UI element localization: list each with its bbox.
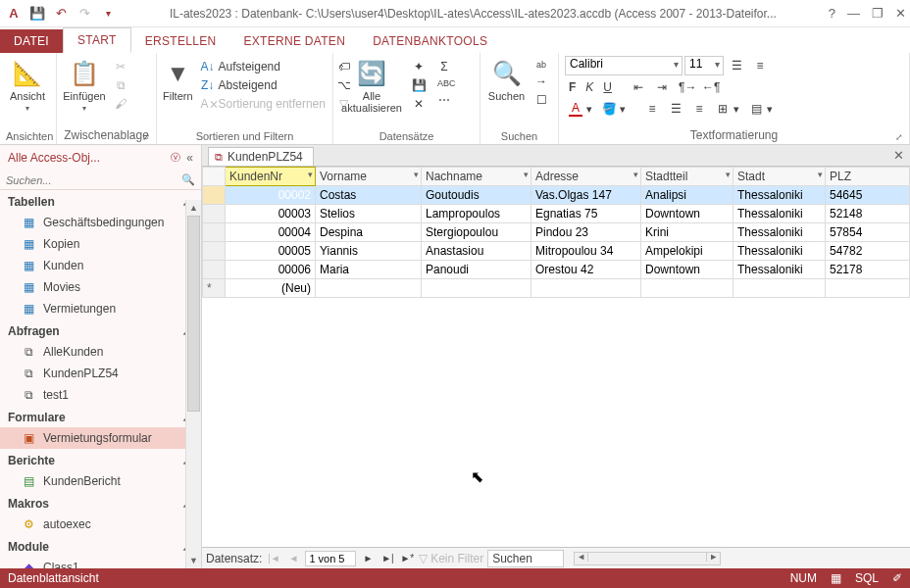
recnav-last-button[interactable]: ►| xyxy=(379,553,395,564)
totals-button[interactable]: Σ xyxy=(433,58,455,75)
cell[interactable]: Thessaloniki xyxy=(733,186,826,205)
table-row[interactable]: 00003 Stelios Lampropoulos Egnatias 75 D… xyxy=(203,205,910,223)
cell[interactable]: Egnatias 75 xyxy=(531,205,641,223)
table-row[interactable]: 00005 Yiannis Anastasiou Mitropoulou 34 … xyxy=(203,242,910,261)
nav-item-vermietungen[interactable]: ▦Vermietungen xyxy=(0,298,201,319)
bullets-button[interactable]: ☰ xyxy=(726,57,747,74)
launcher-icon[interactable]: ⤢ xyxy=(142,132,150,142)
hscroll-left-icon[interactable]: ◄ xyxy=(575,552,588,562)
col-filter-icon[interactable]: ▾ xyxy=(818,170,823,179)
nav-item-autoexec[interactable]: ⚙autoexec xyxy=(0,514,201,535)
recnav-prev-button[interactable]: ◄ xyxy=(285,553,301,564)
nav-item-geschaeftsbedingungen[interactable]: ▦Geschäftsbedingungen xyxy=(0,212,201,233)
nav-scrollbar[interactable]: ▲ ▼ xyxy=(185,200,201,568)
align-left-button[interactable]: ≡ xyxy=(641,100,663,118)
row-selector[interactable] xyxy=(203,223,226,242)
ltr-button[interactable]: ¶→ xyxy=(675,78,696,96)
cell[interactable]: Goutoudis xyxy=(422,186,531,205)
table-row[interactable]: 00002 Costas Goutoudis Vas.Olgas 147 Ana… xyxy=(203,186,910,205)
cell[interactable] xyxy=(641,279,733,298)
row-selector[interactable] xyxy=(203,186,226,205)
align-right-button[interactable]: ≡ xyxy=(688,100,710,118)
copy-button[interactable]: ⧉ xyxy=(110,76,131,94)
recnav-first-button[interactable]: |◄ xyxy=(266,553,281,564)
cell[interactable]: Stelios xyxy=(316,205,422,223)
cell[interactable]: Thessaloniki xyxy=(733,242,826,261)
nav-section-berichte[interactable]: Berichte︽ xyxy=(0,449,201,470)
scroll-down-icon[interactable]: ▼ xyxy=(186,553,201,568)
cell[interactable]: 54645 xyxy=(826,186,910,205)
filtern-button[interactable]: ▼ Filtern xyxy=(163,56,193,102)
redo-icon[interactable]: ↷ xyxy=(75,4,94,24)
suchen-button[interactable]: 🔍 Suchen xyxy=(486,56,527,102)
cell[interactable]: Downtown xyxy=(641,205,733,223)
close-tab-icon[interactable]: ✕ xyxy=(893,148,904,163)
fill-color-button[interactable]: 🪣▾ xyxy=(598,100,630,118)
datasheet-view-icon[interactable]: ▦ xyxy=(831,571,841,585)
cell[interactable]: 00006 xyxy=(226,261,316,279)
alle-aktualisieren-button[interactable]: 🔄 Alle aktualisieren xyxy=(339,56,404,114)
cell[interactable]: Stergiopoulou xyxy=(422,223,531,242)
cell[interactable]: Panoudi xyxy=(422,261,531,279)
nav-search-input[interactable] xyxy=(6,174,181,186)
aufsteigend-button[interactable]: A↓Aufsteigend xyxy=(197,58,329,75)
row-selector[interactable] xyxy=(203,242,226,261)
cell[interactable] xyxy=(422,279,531,298)
col-filter-icon[interactable]: ▾ xyxy=(414,170,419,179)
absteigend-button[interactable]: Z↓Absteigend xyxy=(197,76,329,94)
table-row[interactable]: 00006 Maria Panoudi Orestou 42 Downtown … xyxy=(203,261,910,279)
col-stadt[interactable]: Stadt▾ xyxy=(733,168,826,186)
cut-button[interactable]: ✂ xyxy=(110,58,131,75)
nav-item-kundenplz54[interactable]: ⧉KundenPLZ54 xyxy=(0,363,201,384)
cell[interactable] xyxy=(826,279,910,298)
minimize-icon[interactable]: ― xyxy=(847,6,860,21)
col-vorname[interactable]: Vorname▾ xyxy=(316,168,422,186)
cell[interactable]: Mitropoulou 34 xyxy=(531,242,641,261)
italic-button[interactable]: K xyxy=(581,78,597,96)
cell[interactable]: Costas xyxy=(316,186,422,205)
scroll-up-icon[interactable]: ▲ xyxy=(186,200,201,216)
table-row-new[interactable]: * (Neu) xyxy=(203,279,910,298)
sql-view-icon[interactable]: SQL xyxy=(855,571,879,585)
recnav-position-input[interactable] xyxy=(305,551,356,566)
cell[interactable]: Despina xyxy=(316,223,422,242)
nav-section-tabellen[interactable]: Tabellen︽ xyxy=(0,190,201,212)
cell-new[interactable]: (Neu) xyxy=(226,279,316,298)
cell[interactable]: 54782 xyxy=(826,242,910,261)
cell[interactable]: Analipsi xyxy=(641,186,733,205)
circle-chevron-icon[interactable]: ⓥ xyxy=(171,151,180,165)
col-nachname[interactable]: Nachname▾ xyxy=(422,168,531,186)
nav-item-test1[interactable]: ⧉test1 xyxy=(0,384,201,406)
align-center-button[interactable]: ☰ xyxy=(665,100,686,118)
indent-inc-button[interactable]: ⇥ xyxy=(651,78,673,96)
altrow-button[interactable]: ▤▾ xyxy=(745,100,777,118)
col-filter-icon[interactable]: ▾ xyxy=(726,170,731,179)
row-selector[interactable] xyxy=(203,205,226,223)
nav-section-abfragen[interactable]: Abfragen︽ xyxy=(0,319,201,341)
nav-header[interactable]: Alle Access-Obj... ⓥ « xyxy=(0,145,201,171)
col-kundennr[interactable]: KundenNr▾ xyxy=(226,168,316,186)
row-selector[interactable] xyxy=(203,261,226,279)
font-size-select[interactable]: 11 xyxy=(684,56,724,75)
cell[interactable]: 52148 xyxy=(826,205,910,223)
einfuegen-button[interactable]: 📋 Einfügen ▾ xyxy=(63,56,106,113)
delete-record-button[interactable]: ✕ xyxy=(408,95,430,113)
tab-start[interactable]: START xyxy=(63,27,131,53)
restore-icon[interactable]: ❐ xyxy=(872,6,884,21)
design-view-icon[interactable]: ✐ xyxy=(892,571,902,585)
col-adresse[interactable]: Adresse▾ xyxy=(531,168,641,186)
new-record-button[interactable]: ✦ xyxy=(408,58,430,75)
goto-button[interactable]: → xyxy=(531,73,552,90)
cell[interactable]: 00004 xyxy=(226,223,316,242)
format-painter-button[interactable]: 🖌 xyxy=(110,95,131,113)
nav-item-kundenbericht[interactable]: ▤KundenBericht xyxy=(0,470,201,492)
font-name-select[interactable]: Calibri xyxy=(565,56,682,75)
nav-item-kunden[interactable]: ▦Kunden xyxy=(0,255,201,276)
cell[interactable]: Vas.Olgas 147 xyxy=(531,186,641,205)
sortierung-entfernen-button[interactable]: A⨯Sortierung entfernen xyxy=(197,95,329,113)
more-records-button[interactable]: ⋯ xyxy=(433,91,455,109)
recnav-search-input[interactable]: Suchen xyxy=(487,550,564,567)
hscrollbar[interactable]: ◄ ► xyxy=(574,552,721,565)
nav-item-allekunden[interactable]: ⧉AlleKunden xyxy=(0,341,201,363)
table-row[interactable]: 00004 Despina Stergiopoulou Pindou 23 Kr… xyxy=(203,223,910,242)
